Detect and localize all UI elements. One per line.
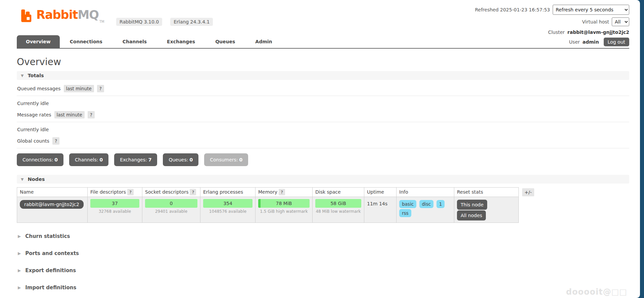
user-label: User [569, 39, 580, 45]
consumers-count-button: Consumers:0 [204, 153, 248, 166]
tab-exchanges[interactable]: Exchanges [157, 35, 205, 48]
export-definitions-label: Export definitions [25, 267, 76, 274]
erlang-processes-sub: 1048576 available [203, 208, 252, 214]
cluster-row: Cluster rabbit@lavm-gnjjto2jc2 [475, 30, 629, 35]
rabbitmq-wordmark: RabbitMQTM [36, 8, 104, 29]
col-reset-stats: Reset stats [454, 188, 519, 197]
tab-channels[interactable]: Channels [112, 35, 157, 48]
cluster-name: rabbit@lavm-gnjjto2jc2 [567, 30, 629, 35]
triangle-down-icon: ▼ [21, 73, 24, 78]
queues-count-button[interactable]: Queues:0 [163, 153, 198, 166]
virtual-host-row: Virtual host All [475, 17, 629, 26]
virtual-host-select[interactable]: All [612, 17, 629, 26]
node-row: rabbit@lavm-gnjjto2jc2 37 32768 availabl… [17, 197, 519, 223]
cluster-label: Cluster [548, 30, 565, 35]
disk-space-cell: 58 GiB 48 MiB low watermark [313, 197, 364, 223]
refresh-row: Refreshed 2025-01-23 16:57:53 Refresh ev… [475, 5, 629, 15]
file-descriptors-cell: 37 32768 available [88, 197, 142, 223]
desktop-frame: { "colors": { "accent_orange": "#ff6600"… [0, 0, 644, 298]
erlang-processes-bar: 354 [203, 199, 252, 208]
queued-rate-window-badge[interactable]: last minute [64, 85, 94, 92]
triangle-right-icon: ▶ [18, 285, 21, 290]
help-icon[interactable]: ? [127, 189, 134, 195]
info-cell: basic disc 1 rss [397, 197, 454, 223]
import-definitions-label: Import definitions [25, 285, 76, 291]
totals-section-title: Totals [28, 73, 44, 78]
memory-sub: 1.5 GiB high watermark [258, 208, 310, 214]
socket-descriptors-cell: 0 29401 available [142, 197, 200, 223]
global-count-buttons: Connections:0 Channels:0 Exchanges:7 Que… [17, 153, 629, 166]
refreshed-text: Refreshed 2025-01-23 16:57:53 [475, 7, 550, 12]
node-name-cell: rabbit@lavm-gnjjto2jc2 [17, 197, 88, 223]
rates-idle-text: Currently idle [17, 127, 629, 132]
col-name: Name [17, 188, 88, 197]
page-title: Overview [17, 56, 629, 67]
totals-section-header[interactable]: ▼ Totals [17, 71, 629, 80]
connections-count-button[interactable]: Connections:0 [17, 153, 63, 166]
file-descriptors-sub: 32768 available [90, 208, 139, 214]
churn-statistics-label: Churn statistics [25, 233, 70, 239]
triangle-down-icon: ▼ [21, 177, 24, 182]
socket-descriptors-sub: 29401 available [145, 208, 197, 214]
help-icon[interactable]: ? [279, 189, 285, 195]
memory-cell: 78 MiB 1.5 GiB high watermark [256, 197, 313, 223]
message-rates-row: Message rates last minute ? [17, 111, 629, 122]
refresh-interval-select[interactable]: Refresh every 5 seconds [553, 5, 629, 15]
help-icon[interactable]: ? [190, 189, 196, 195]
col-uptime: Uptime [364, 188, 397, 197]
tab-admin[interactable]: Admin [245, 35, 282, 48]
col-socket-descriptors: Socket descriptors? [142, 188, 200, 197]
queued-messages-label: Queued messages [17, 86, 61, 91]
node-name-badge[interactable]: rabbit@lavm-gnjjto2jc2 [20, 200, 84, 209]
reset-all-nodes-button[interactable]: All nodes [457, 210, 486, 220]
rabbitmq-management-page: RabbitMQTM RabbitMQ 3.10.0 Erlang 24.3.4… [0, 0, 640, 298]
erlang-processes-cell: 354 1048576 available [200, 197, 256, 223]
logout-button[interactable]: Log out [604, 38, 629, 46]
help-icon[interactable]: ? [97, 85, 104, 92]
header-right: Refreshed 2025-01-23 16:57:53 Refresh ev… [475, 5, 629, 46]
tab-overview[interactable]: Overview [17, 35, 60, 48]
socket-descriptors-bar: 0 [145, 199, 197, 208]
triangle-right-icon: ▶ [18, 268, 21, 273]
nodes-section-title: Nodes [28, 177, 45, 182]
help-icon[interactable]: ? [52, 137, 59, 145]
watermark-text: dooooit@□□ [566, 287, 627, 297]
rabbitmq-version-badge: RabbitMQ 3.10.0 [116, 18, 162, 26]
info-badge-1: 1 [436, 200, 445, 208]
col-file-descriptors: File descriptors? [88, 188, 142, 197]
user-row: User admin Log out [475, 38, 629, 46]
queued-messages-row: Queued messages last minute ? [17, 85, 629, 96]
rabbitmq-logo-icon [21, 9, 34, 22]
queued-idle-text: Currently idle [17, 101, 629, 106]
rabbitmq-logo[interactable]: RabbitMQTM [21, 8, 104, 29]
churn-statistics-section[interactable]: ▶ Churn statistics [18, 233, 629, 240]
info-badge-disc: disc [419, 200, 434, 208]
global-counts-row: Global counts ? [17, 137, 629, 148]
exchanges-count-button[interactable]: Exchanges:7 [114, 153, 157, 166]
disk-space-sub: 48 MiB low watermark [315, 208, 361, 214]
virtual-host-label: Virtual host [582, 19, 609, 24]
import-definitions-section[interactable]: ▶ Import definitions [18, 284, 629, 291]
erlang-version-badge: Erlang 24.3.4.1 [170, 18, 213, 26]
column-toggle-button[interactable]: +/- [522, 188, 534, 196]
ports-and-contexts-section[interactable]: ▶ Ports and contexts [18, 250, 629, 257]
triangle-right-icon: ▶ [18, 251, 21, 256]
tab-queues[interactable]: Queues [205, 35, 245, 48]
export-definitions-section[interactable]: ▶ Export definitions [18, 267, 629, 274]
nodes-table-wrap: Name File descriptors? Socket descriptor… [17, 187, 629, 223]
nodes-section-header[interactable]: ▼ Nodes [17, 175, 629, 184]
info-badge-basic: basic [399, 200, 416, 208]
col-erlang-processes: Erlang processes [200, 188, 256, 197]
nodes-header-row: Name File descriptors? Socket descriptor… [17, 188, 519, 197]
help-icon[interactable]: ? [88, 111, 95, 118]
triangle-right-icon: ▶ [18, 234, 21, 239]
version-badges: RabbitMQ 3.10.0 Erlang 24.3.4.1 [116, 18, 213, 26]
file-descriptors-bar: 37 [90, 199, 139, 208]
reset-this-node-button[interactable]: This node [457, 200, 487, 210]
col-disk-space: Disk space [313, 188, 364, 197]
channels-count-button[interactable]: Channels:0 [69, 153, 108, 166]
header: RabbitMQTM RabbitMQ 3.10.0 Erlang 24.3.4… [17, 0, 629, 35]
tab-connections[interactable]: Connections [60, 35, 112, 48]
rates-rate-window-badge[interactable]: last minute [54, 111, 85, 118]
memory-bar: 78 MiB [258, 199, 310, 208]
